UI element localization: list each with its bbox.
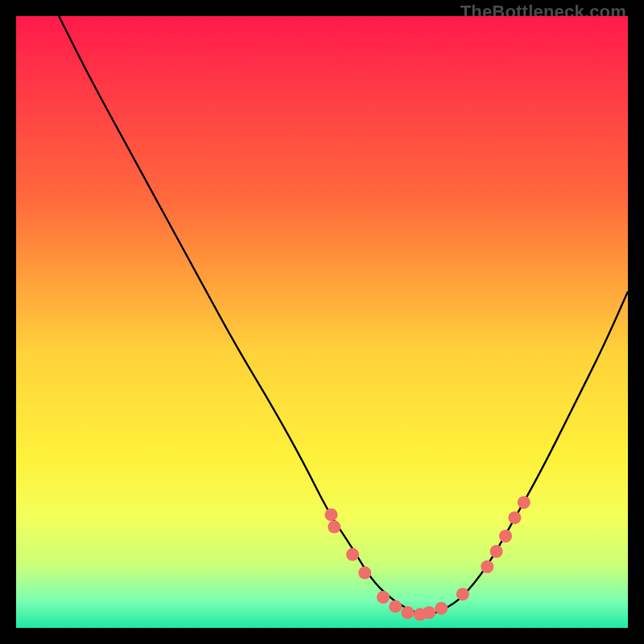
- highlight-dot: [481, 560, 493, 573]
- chart-frame: TheBottleneck.com: [0, 0, 644, 644]
- highlight-dot: [346, 548, 359, 561]
- highlight-dot: [499, 530, 512, 543]
- highlight-dot: [456, 588, 469, 601]
- chart-svg: [16, 16, 628, 628]
- highlight-dot: [324, 508, 337, 521]
- plot-area: [16, 16, 628, 628]
- highlight-dot: [423, 606, 436, 619]
- gradient-background: [16, 16, 628, 628]
- highlight-dot: [389, 600, 402, 613]
- highlight-dot: [435, 602, 448, 615]
- highlight-dot: [377, 591, 390, 604]
- highlight-dot: [328, 521, 341, 534]
- highlight-dot: [490, 545, 503, 558]
- highlight-dot: [401, 606, 414, 619]
- highlight-dot: [358, 567, 371, 580]
- highlight-dot: [508, 511, 521, 524]
- highlight-dot: [518, 496, 530, 509]
